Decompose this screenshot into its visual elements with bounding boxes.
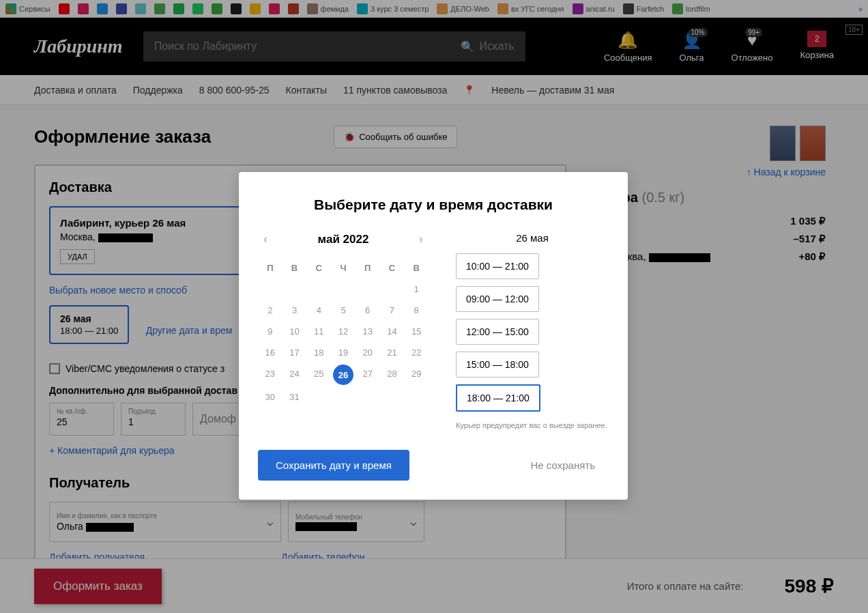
- calendar-day[interactable]: 10: [283, 321, 307, 342]
- courier-note: Курьер предупредит вас о выезде заранее.: [456, 421, 609, 429]
- calendar-day[interactable]: 22: [404, 342, 429, 363]
- time-date: 26 мая: [456, 232, 609, 244]
- calendar-day[interactable]: 23: [258, 363, 283, 386]
- calendar-day[interactable]: 9: [258, 321, 283, 342]
- weekday-header: В: [404, 257, 429, 279]
- calendar-day[interactable]: 2: [258, 300, 283, 321]
- calendar-day[interactable]: 29: [404, 363, 429, 386]
- calendar-day: [356, 386, 380, 408]
- calendar-day[interactable]: 19: [331, 342, 356, 363]
- calendar-day[interactable]: 30: [258, 386, 283, 408]
- next-month-button[interactable]: ›: [419, 232, 423, 246]
- calendar-day[interactable]: 25: [306, 363, 331, 386]
- calendar-day[interactable]: 13: [356, 321, 380, 342]
- calendar-day: [380, 386, 405, 408]
- weekday-header: В: [283, 257, 307, 279]
- calendar-month: май 2022: [318, 233, 369, 246]
- calendar-day: [331, 279, 356, 300]
- calendar-day[interactable]: 18: [306, 342, 331, 363]
- calendar-day[interactable]: 1: [404, 279, 429, 300]
- calendar-day[interactable]: 16: [258, 342, 283, 363]
- calendar-day[interactable]: 5: [331, 300, 356, 321]
- calendar-day[interactable]: 15: [404, 321, 429, 342]
- modal-title: Выберите дату и время доставки: [258, 197, 609, 213]
- time-slot[interactable]: 15:00 — 18:00: [456, 352, 539, 377]
- weekday-header: Ч: [331, 257, 356, 279]
- weekday-header: П: [356, 257, 380, 279]
- calendar-day[interactable]: 27: [356, 363, 380, 386]
- time-slot[interactable]: 10:00 — 21:00: [456, 253, 539, 279]
- calendar-day[interactable]: 4: [306, 300, 331, 321]
- calendar-day: [258, 279, 283, 300]
- date-time-modal: Выберите дату и время доставки ‹ май 202…: [239, 172, 628, 500]
- calendar-day: [331, 386, 356, 408]
- calendar-day[interactable]: 26: [333, 365, 353, 385]
- time-slot[interactable]: 12:00 — 15:00: [456, 319, 539, 345]
- calendar-day[interactable]: 3: [283, 300, 307, 321]
- prev-month-button[interactable]: ‹: [263, 232, 267, 246]
- calendar-day: [306, 386, 331, 408]
- calendar-day[interactable]: 6: [356, 300, 380, 321]
- calendar-day[interactable]: 31: [283, 386, 307, 408]
- calendar-day: [306, 279, 331, 300]
- weekday-header: П: [258, 257, 283, 279]
- calendar-day[interactable]: 17: [283, 342, 307, 363]
- calendar: ‹ май 2022 › ПВСЧПСВ12345678910111213141…: [258, 232, 429, 429]
- cancel-button[interactable]: Не сохранять: [531, 459, 595, 471]
- calendar-day[interactable]: 14: [380, 321, 405, 342]
- calendar-day: [380, 279, 405, 300]
- calendar-day[interactable]: 21: [380, 342, 405, 363]
- calendar-day[interactable]: 20: [356, 342, 380, 363]
- calendar-day[interactable]: 11: [306, 321, 331, 342]
- calendar-day: [404, 386, 429, 408]
- weekday-header: С: [380, 257, 405, 279]
- calendar-day[interactable]: 8: [404, 300, 429, 321]
- calendar-day[interactable]: 12: [331, 321, 356, 342]
- calendar-day[interactable]: 28: [380, 363, 405, 386]
- calendar-day[interactable]: 24: [283, 363, 307, 386]
- calendar-day[interactable]: 7: [380, 300, 405, 321]
- save-button[interactable]: Сохранить дату и время: [258, 450, 409, 481]
- time-slot[interactable]: 18:00 — 21:00: [456, 384, 540, 412]
- time-slot[interactable]: 09:00 — 12:00: [456, 286, 539, 312]
- calendar-day: [356, 279, 380, 300]
- weekday-header: С: [306, 257, 331, 279]
- calendar-day: [283, 279, 307, 300]
